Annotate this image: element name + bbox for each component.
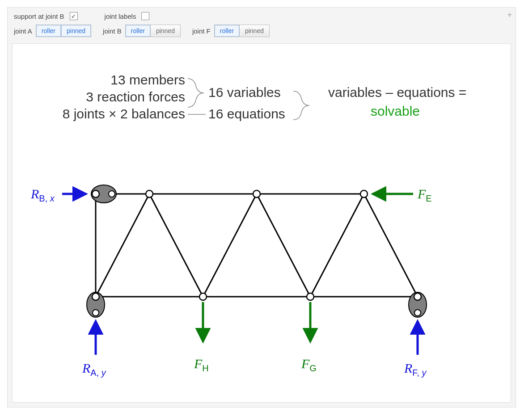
diagram-canvas: 13 members 3 reaction forces 8 joints × … [12,43,511,403]
truss-members [96,194,418,297]
svg-line-7 [96,194,149,297]
joints [92,190,421,300]
svg-line-11 [310,194,364,297]
expand-icon[interactable]: + [507,10,512,20]
joint-a-roller-button[interactable]: roller [36,25,61,37]
svg-line-8 [149,194,203,297]
joint-a-toggle: roller pinned [36,25,91,37]
svg-point-26 [360,190,368,197]
brace-right-icon [293,91,309,120]
joint-b-pinned-button[interactable]: pinned [150,25,180,37]
svg-point-16 [414,310,421,316]
fg-label: FG [301,356,317,373]
support-b-label: support at joint B [14,13,64,20]
svg-point-22 [414,293,421,300]
fh-label: FH [194,356,209,373]
result-text: solvable [371,104,420,118]
svg-line-10 [257,194,310,297]
svg-point-23 [92,190,99,197]
vars-minus-eq-text: variables – equations = [328,85,466,100]
svg-point-25 [253,190,260,197]
variables-text: 16 variables [208,85,281,100]
ray-label: RA, y [82,361,106,378]
brace-upper-icon [188,79,204,107]
rbx-label: RB, x [30,186,55,203]
support-b-checkbox[interactable] [70,12,78,20]
joint-a-label: joint A [14,27,32,35]
svg-point-21 [307,293,314,300]
joint-f-roller-button[interactable]: roller [215,25,239,37]
joint-f-pinned-button[interactable]: pinned [239,25,269,37]
joint-f-label: joint F [192,27,211,35]
rfy-label: RF, y [404,361,427,378]
joint-f-toggle: roller pinned [214,25,270,37]
svg-point-18 [109,191,115,197]
demo-panel: + support at joint B joint labels joint … [7,7,516,407]
fe-label: FE [417,186,432,203]
joint-b-roller-button[interactable]: roller [126,25,150,37]
joint-a-pinned-button[interactable]: pinned [61,25,91,37]
svg-line-12 [364,194,418,297]
svg-point-20 [199,293,207,300]
joints-text: 8 joints × 2 balances [63,106,185,121]
members-text: 13 members [110,72,185,87]
joint-b-toggle: roller pinned [125,25,181,37]
joint-labels-checkbox[interactable] [141,12,149,20]
svg-line-9 [203,194,257,297]
svg-point-19 [92,293,99,300]
truss-diagram: RB, x RA, y RF, y FE FH FG [30,185,432,378]
joint-labels-label: joint labels [105,13,136,20]
svg-point-14 [93,310,99,316]
controls-area: support at joint B joint labels joint A … [8,8,516,43]
svg-point-24 [146,190,153,197]
reactions-text: 3 reaction forces [86,89,185,104]
summary-block: 13 members 3 reaction forces 8 joints × … [63,72,467,121]
equations-text: 16 equations [208,106,285,121]
joint-b-label: joint B [103,27,122,35]
